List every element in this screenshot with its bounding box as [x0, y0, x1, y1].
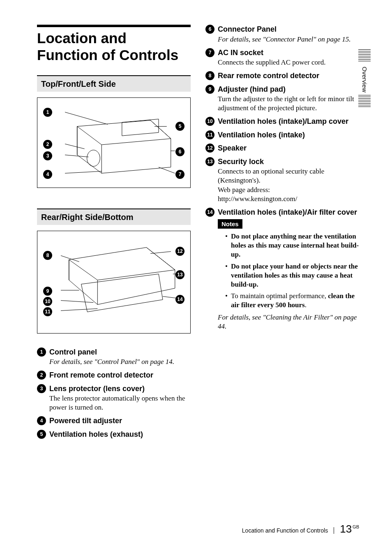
- callout-4: 4: [43, 170, 52, 179]
- svg-line-2: [65, 144, 85, 149]
- item-title: Rear remote control detector: [218, 71, 359, 81]
- item-badge: 10: [205, 117, 214, 126]
- callout-9: 9: [43, 287, 52, 296]
- item-6: 6 Connector Panel For details, see "Conn…: [205, 25, 359, 44]
- footer-title: Location and Function of Controls: [242, 527, 334, 534]
- locale-badge: GB: [353, 524, 359, 529]
- item-title: Lens protector (lens cover): [49, 384, 191, 394]
- callout-13: 13: [175, 270, 184, 279]
- item-title: Security lock: [218, 157, 359, 167]
- callout-12: 12: [175, 247, 184, 256]
- item-title: Control panel: [49, 348, 191, 357]
- note-item: Do not place your hand or objects near t…: [225, 262, 359, 289]
- svg-line-11: [61, 308, 97, 310]
- callout-11: 11: [43, 307, 52, 316]
- note-bold: Do not place your hand or objects near t…: [231, 262, 358, 288]
- item-5: 5 Ventilation holes (exhaust): [37, 430, 191, 439]
- page: Overview Location and Function of Contro…: [0, 0, 392, 556]
- svg-line-12: [150, 251, 171, 253]
- item-badge: 12: [205, 144, 214, 153]
- item-desc: The lens protector automatically opens w…: [49, 394, 191, 412]
- item-badge: 5: [37, 430, 46, 439]
- item-title: AC IN socket: [218, 48, 359, 58]
- item-desc: For details, see "Connector Panel" on pa…: [218, 35, 359, 44]
- section-top-front-left: Top/Front/Left Side: [37, 75, 191, 92]
- item-badge: 9: [205, 85, 214, 94]
- item-badge: 2: [37, 371, 46, 380]
- item-badge: 14: [205, 208, 214, 217]
- projector-rear-svg: [37, 231, 190, 333]
- svg-point-0: [87, 150, 100, 166]
- item-title: Speaker: [218, 144, 359, 153]
- item-title: Adjuster (hind pad): [218, 85, 359, 94]
- item-badge: 13: [205, 157, 214, 166]
- notes-footer: For details, see "Cleaning the Air Filte…: [218, 313, 359, 331]
- item-title: Connector Panel: [218, 25, 359, 34]
- callout-2: 2: [43, 140, 52, 149]
- callout-5: 5: [175, 122, 184, 131]
- figure-top-front-left: 1 2 3 4 5 6 7: [37, 97, 191, 188]
- item-1: 1 Control panel For details, see "Contro…: [37, 348, 191, 367]
- item-11: 11 Ventilation holes (intake): [205, 130, 359, 140]
- item-desc: Turn the adjuster to the right or left f…: [218, 95, 359, 113]
- item-badge: 3: [37, 384, 46, 393]
- item-badge: 4: [37, 416, 46, 425]
- figure-rear-right-bottom: 8 9 10 11 12 13 14: [37, 231, 191, 334]
- item-2: 2 Front remote control detector: [37, 371, 191, 380]
- item-10: 10 Ventilation holes (intake)/Lamp cover: [205, 117, 359, 126]
- item-badge: 6: [205, 25, 214, 34]
- notes-list: Do not place anything near the ventilati…: [225, 232, 359, 310]
- note-item: To maintain optimal performance, clean t…: [225, 292, 359, 310]
- item-9: 9 Adjuster (hind pad) Turn the adjuster …: [205, 85, 359, 113]
- item-3: 3 Lens protector (lens cover) The lens p…: [37, 384, 191, 412]
- right-column: 6 Connector Panel For details, see "Conn…: [205, 25, 359, 443]
- item-title: Front remote control detector: [49, 371, 191, 380]
- side-tab-label: Overview: [361, 67, 368, 93]
- item-title: Ventilation holes (intake)/Air filter co…: [218, 208, 359, 217]
- svg-line-1: [65, 112, 108, 124]
- page-title: Location and Function of Controls: [37, 30, 191, 64]
- note-bold: Do not place anything near the ventilati…: [231, 232, 359, 258]
- note-item: Do not place anything near the ventilati…: [225, 232, 359, 259]
- item-desc: Connects to an optional security cable (…: [218, 167, 359, 203]
- item-badge: 11: [205, 130, 214, 139]
- item-desc: For details, see "Control Panel" on page…: [49, 357, 191, 366]
- projector-front-svg: [37, 98, 190, 188]
- notes-badge: Notes: [218, 219, 242, 229]
- item-7: 7 AC IN socket Connects the supplied AC …: [205, 48, 359, 67]
- item-badge: 1: [37, 348, 46, 357]
- title-rule: [37, 25, 191, 27]
- svg-line-7: [159, 167, 175, 173]
- item-desc: Connects the supplied AC power cord.: [218, 58, 359, 67]
- tab-lines-top: [358, 49, 371, 63]
- footer-page-number: 13GB: [340, 523, 359, 535]
- item-13: 13 Security lock Connects to an optional…: [205, 157, 359, 204]
- svg-line-10: [61, 300, 93, 302]
- item-title: Ventilation holes (intake)/Lamp cover: [218, 117, 359, 126]
- tab-lines-bottom: [358, 95, 371, 108]
- item-badge: 8: [205, 71, 214, 80]
- item-badge: 7: [205, 48, 214, 57]
- callout-10: 10: [43, 297, 52, 306]
- item-4: 4 Powered tilt adjuster: [37, 416, 191, 426]
- svg-line-4: [65, 171, 101, 173]
- svg-line-3: [65, 155, 88, 157]
- item-title: Ventilation holes (intake): [218, 130, 359, 140]
- note-tail: .: [305, 301, 307, 309]
- page-number-value: 13: [340, 523, 352, 535]
- section-rear-right-bottom: Rear/Right Side/Bottom: [37, 208, 191, 225]
- callout-6: 6: [175, 147, 184, 156]
- item-14: 14 Ventilation holes (intake)/Air filter…: [205, 208, 359, 331]
- item-12: 12 Speaker: [205, 144, 359, 153]
- item-title: Ventilation holes (exhaust): [49, 430, 191, 439]
- left-column: Location and Function of Controls Top/Fr…: [37, 25, 191, 443]
- note-plain: To maintain optimal performance,: [231, 292, 328, 300]
- callout-1: 1: [43, 108, 52, 117]
- item-title: Powered tilt adjuster: [49, 416, 191, 426]
- callout-3: 3: [43, 151, 52, 160]
- item-8: 8 Rear remote control detector: [205, 71, 359, 81]
- callout-7: 7: [175, 170, 184, 179]
- page-footer: Location and Function of Controls 13GB: [242, 523, 359, 535]
- side-tab: Overview: [358, 49, 371, 108]
- callout-14: 14: [175, 295, 184, 304]
